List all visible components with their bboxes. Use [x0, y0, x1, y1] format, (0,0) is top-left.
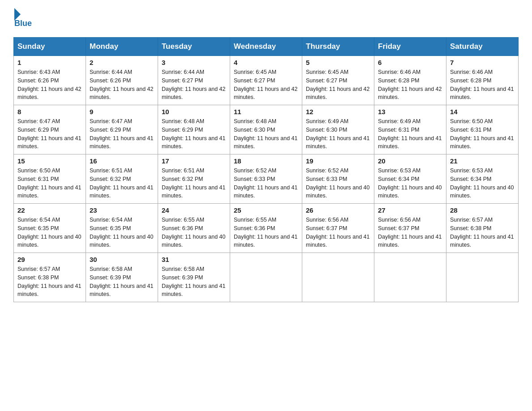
calendar-cell: 7Sunrise: 6:46 AMSunset: 6:28 PMDaylight…	[446, 56, 519, 105]
day-number: 20	[378, 157, 442, 165]
calendar-header-tuesday: Tuesday	[158, 38, 230, 56]
day-number: 19	[306, 157, 370, 165]
logo-subtitle: Blue	[14, 19, 32, 28]
calendar-cell: 18Sunrise: 6:52 AMSunset: 6:33 PMDayligh…	[230, 154, 302, 204]
calendar-cell: 3Sunrise: 6:44 AMSunset: 6:27 PMDaylight…	[158, 56, 230, 105]
day-number: 24	[162, 206, 226, 214]
day-number: 12	[306, 108, 370, 116]
calendar-cell	[302, 253, 374, 302]
day-number: 5	[306, 59, 370, 66]
day-info: Sunrise: 6:56 AMSunset: 6:37 PMDaylight:…	[378, 217, 442, 248]
calendar-cell: 22Sunrise: 6:54 AMSunset: 6:35 PMDayligh…	[14, 204, 86, 253]
day-info: Sunrise: 6:48 AMSunset: 6:29 PMDaylight:…	[162, 118, 225, 150]
day-info: Sunrise: 6:44 AMSunset: 6:26 PMDaylight:…	[90, 69, 153, 100]
calendar-cell: 9Sunrise: 6:47 AMSunset: 6:29 PMDaylight…	[86, 105, 158, 154]
calendar-cell: 1Sunrise: 6:43 AMSunset: 6:26 PMDaylight…	[14, 56, 86, 105]
calendar-cell: 29Sunrise: 6:57 AMSunset: 6:38 PMDayligh…	[14, 253, 86, 302]
day-number: 4	[234, 59, 298, 66]
calendar-cell	[374, 253, 446, 302]
calendar-cell: 4Sunrise: 6:45 AMSunset: 6:27 PMDaylight…	[230, 56, 302, 105]
day-info: Sunrise: 6:53 AMSunset: 6:34 PMDaylight:…	[378, 167, 442, 199]
calendar-cell: 2Sunrise: 6:44 AMSunset: 6:26 PMDaylight…	[86, 56, 158, 105]
day-number: 3	[162, 59, 226, 66]
day-number: 6	[378, 59, 442, 66]
day-number: 2	[90, 59, 154, 66]
day-info: Sunrise: 6:50 AMSunset: 6:31 PMDaylight:…	[450, 118, 514, 150]
calendar-cell: 21Sunrise: 6:53 AMSunset: 6:34 PMDayligh…	[446, 154, 519, 204]
day-number: 26	[306, 206, 370, 214]
calendar-cell: 10Sunrise: 6:48 AMSunset: 6:29 PMDayligh…	[158, 105, 230, 154]
day-info: Sunrise: 6:52 AMSunset: 6:33 PMDaylight:…	[234, 167, 297, 199]
day-info: Sunrise: 6:58 AMSunset: 6:39 PMDaylight:…	[162, 266, 225, 297]
calendar-header-thursday: Thursday	[302, 38, 374, 56]
day-number: 9	[90, 108, 154, 116]
calendar-cell: 25Sunrise: 6:55 AMSunset: 6:36 PMDayligh…	[230, 204, 302, 253]
day-info: Sunrise: 6:47 AMSunset: 6:29 PMDaylight:…	[90, 118, 153, 150]
day-number: 22	[17, 206, 82, 214]
calendar-week-row-4: 22Sunrise: 6:54 AMSunset: 6:35 PMDayligh…	[14, 204, 519, 253]
calendar-cell: 12Sunrise: 6:49 AMSunset: 6:30 PMDayligh…	[302, 105, 374, 154]
day-number: 27	[378, 206, 442, 214]
calendar-header-friday: Friday	[374, 38, 446, 56]
calendar-cell: 14Sunrise: 6:50 AMSunset: 6:31 PMDayligh…	[446, 105, 519, 154]
calendar-cell: 19Sunrise: 6:52 AMSunset: 6:33 PMDayligh…	[302, 154, 374, 204]
calendar-cell: 15Sunrise: 6:50 AMSunset: 6:31 PMDayligh…	[14, 154, 86, 204]
calendar-cell: 6Sunrise: 6:46 AMSunset: 6:28 PMDaylight…	[374, 56, 446, 105]
calendar-cell: 5Sunrise: 6:45 AMSunset: 6:27 PMDaylight…	[302, 56, 374, 105]
calendar-week-row-5: 29Sunrise: 6:57 AMSunset: 6:38 PMDayligh…	[14, 253, 519, 302]
calendar-cell: 26Sunrise: 6:56 AMSunset: 6:37 PMDayligh…	[302, 204, 374, 253]
calendar-cell: 13Sunrise: 6:49 AMSunset: 6:31 PMDayligh…	[374, 105, 446, 154]
day-info: Sunrise: 6:51 AMSunset: 6:32 PMDaylight:…	[90, 167, 153, 199]
day-info: Sunrise: 6:45 AMSunset: 6:27 PMDaylight:…	[234, 69, 297, 100]
day-number: 8	[17, 108, 82, 116]
day-number: 14	[450, 108, 515, 116]
day-info: Sunrise: 6:48 AMSunset: 6:30 PMDaylight:…	[234, 118, 297, 150]
calendar-cell: 20Sunrise: 6:53 AMSunset: 6:34 PMDayligh…	[374, 154, 446, 204]
day-number: 10	[162, 108, 226, 116]
day-info: Sunrise: 6:47 AMSunset: 6:29 PMDaylight:…	[17, 118, 81, 150]
day-number: 28	[450, 206, 515, 214]
calendar-cell: 30Sunrise: 6:58 AMSunset: 6:39 PMDayligh…	[86, 253, 158, 302]
calendar-cell: 28Sunrise: 6:57 AMSunset: 6:38 PMDayligh…	[446, 204, 519, 253]
calendar-header-saturday: Saturday	[446, 38, 519, 56]
day-info: Sunrise: 6:54 AMSunset: 6:35 PMDaylight:…	[90, 217, 153, 248]
day-number: 23	[90, 206, 154, 214]
day-info: Sunrise: 6:49 AMSunset: 6:31 PMDaylight:…	[378, 118, 442, 150]
day-number: 1	[17, 59, 82, 66]
day-number: 16	[90, 157, 154, 165]
logo: Blue	[13, 9, 32, 28]
day-number: 11	[234, 108, 298, 116]
day-number: 30	[90, 256, 154, 263]
day-number: 7	[450, 59, 515, 66]
day-number: 15	[17, 157, 82, 165]
calendar-cell: 16Sunrise: 6:51 AMSunset: 6:32 PMDayligh…	[86, 154, 158, 204]
day-info: Sunrise: 6:57 AMSunset: 6:38 PMDaylight:…	[450, 217, 514, 248]
day-info: Sunrise: 6:58 AMSunset: 6:39 PMDaylight:…	[90, 266, 153, 297]
day-info: Sunrise: 6:51 AMSunset: 6:32 PMDaylight:…	[162, 167, 225, 199]
day-number: 13	[378, 108, 442, 116]
day-info: Sunrise: 6:45 AMSunset: 6:27 PMDaylight:…	[306, 69, 369, 100]
day-number: 21	[450, 157, 515, 165]
calendar-header-sunday: Sunday	[14, 38, 86, 56]
day-number: 25	[234, 206, 298, 214]
day-info: Sunrise: 6:46 AMSunset: 6:28 PMDaylight:…	[450, 69, 514, 100]
calendar-cell: 17Sunrise: 6:51 AMSunset: 6:32 PMDayligh…	[158, 154, 230, 204]
calendar-cell: 24Sunrise: 6:55 AMSunset: 6:36 PMDayligh…	[158, 204, 230, 253]
day-info: Sunrise: 6:44 AMSunset: 6:27 PMDaylight:…	[162, 69, 225, 100]
calendar-week-row-2: 8Sunrise: 6:47 AMSunset: 6:29 PMDaylight…	[14, 105, 519, 154]
page-header: Blue	[13, 9, 519, 28]
day-number: 18	[234, 157, 298, 165]
day-info: Sunrise: 6:52 AMSunset: 6:33 PMDaylight:…	[306, 167, 369, 199]
day-info: Sunrise: 6:46 AMSunset: 6:28 PMDaylight:…	[378, 69, 442, 100]
day-info: Sunrise: 6:54 AMSunset: 6:35 PMDaylight:…	[17, 217, 81, 248]
day-info: Sunrise: 6:55 AMSunset: 6:36 PMDaylight:…	[234, 217, 297, 248]
calendar-week-row-3: 15Sunrise: 6:50 AMSunset: 6:31 PMDayligh…	[14, 154, 519, 204]
calendar-cell	[446, 253, 519, 302]
calendar-header-wednesday: Wednesday	[230, 38, 302, 56]
day-info: Sunrise: 6:56 AMSunset: 6:37 PMDaylight:…	[306, 217, 369, 248]
day-number: 17	[162, 157, 226, 165]
calendar-cell: 27Sunrise: 6:56 AMSunset: 6:37 PMDayligh…	[374, 204, 446, 253]
calendar-table: SundayMondayTuesdayWednesdayThursdayFrid…	[13, 37, 519, 302]
day-number: 31	[162, 256, 226, 263]
calendar-cell: 8Sunrise: 6:47 AMSunset: 6:29 PMDaylight…	[14, 105, 86, 154]
